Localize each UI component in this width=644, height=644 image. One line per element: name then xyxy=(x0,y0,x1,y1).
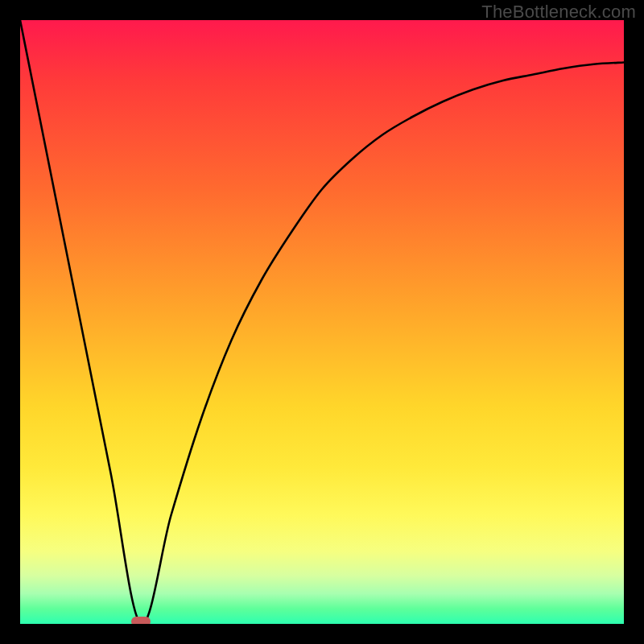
plot-area xyxy=(20,20,624,624)
curve-path xyxy=(20,20,624,624)
bottleneck-curve xyxy=(20,20,624,624)
chart-frame: TheBottleneck.com xyxy=(0,0,644,644)
watermark-text: TheBottleneck.com xyxy=(481,2,636,23)
optimum-marker xyxy=(131,617,151,624)
